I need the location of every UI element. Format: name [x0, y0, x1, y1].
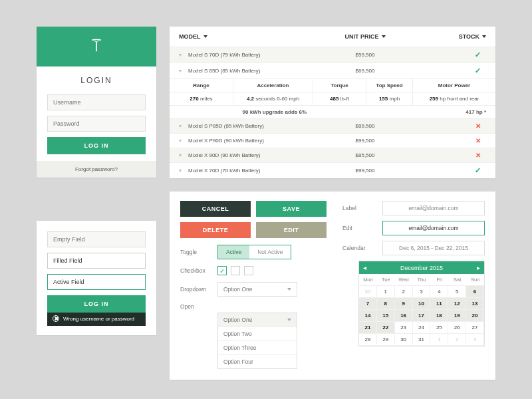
dropdown-option[interactable]: Option One — [218, 313, 297, 327]
col-stock[interactable]: STOCK — [432, 33, 486, 40]
expand-icon[interactable]: ▾ — [179, 152, 188, 158]
edit-input[interactable] — [382, 221, 485, 235]
cal-day[interactable]: 31 — [413, 334, 431, 346]
table-row[interactable]: ▾Model S 85D (85 kWh Battery)$69,500✓ — [170, 63, 495, 78]
error-text: Wrong username or password — [63, 316, 134, 322]
active-field-input[interactable] — [47, 274, 146, 290]
cal-day[interactable]: 20 — [466, 310, 484, 322]
cal-day[interactable]: 16 — [395, 310, 413, 322]
cal-day[interactable]: 2 — [395, 286, 413, 298]
cal-day[interactable]: 1 — [377, 286, 395, 298]
toggle[interactable]: Active Not Active — [217, 245, 291, 259]
toggle-active[interactable]: Active — [218, 245, 249, 259]
cal-day[interactable]: 3 — [466, 334, 484, 346]
cal-day[interactable]: 29 — [377, 334, 395, 346]
row-model: Model X P90D (90 kWh Battery) — [188, 138, 299, 144]
expand-icon[interactable]: ▾ — [179, 138, 188, 144]
cal-day[interactable]: 18 — [430, 310, 448, 322]
expand-icon[interactable]: ▾ — [179, 123, 188, 129]
col-price[interactable]: UNIT PRICE — [299, 33, 432, 40]
empty-field-input[interactable] — [47, 231, 146, 247]
cal-day[interactable]: 17 — [413, 310, 431, 322]
cal-day[interactable]: 30 — [359, 286, 377, 298]
cal-day[interactable]: 12 — [448, 298, 466, 310]
dropdown-option[interactable]: Option Two — [218, 327, 297, 340]
cal-day[interactable]: 9 — [395, 298, 413, 310]
cal-day[interactable]: 22 — [377, 322, 395, 334]
col-model[interactable]: MODEL — [179, 33, 299, 40]
error-bar: Wrong username or password — [47, 311, 146, 326]
cal-day[interactable]: 28 — [359, 334, 377, 346]
cal-title: December 2015 — [400, 265, 443, 271]
cal-day[interactable]: 13 — [466, 298, 484, 310]
cal-day[interactable]: 25 — [430, 322, 448, 334]
row-model: Model S 70D (79 kWh Battery) — [188, 52, 299, 58]
checkbox-unchecked-2[interactable] — [244, 266, 253, 275]
cal-next[interactable]: ▸ — [477, 264, 480, 271]
cal-day[interactable]: 3 — [413, 286, 431, 298]
cal-day[interactable]: 2 — [448, 334, 466, 346]
check-icon: ✓ — [475, 51, 481, 59]
calendar-lbl: Calendar — [342, 245, 376, 251]
cal-day[interactable]: 1 — [430, 334, 448, 346]
dropdown-option[interactable]: Option Four — [218, 354, 297, 368]
table-row[interactable]: ▾Model X 90D (90 kWh Battery)$85,500✕ — [170, 148, 495, 162]
table-row[interactable]: ▾Model S P85D (85 kWh Battery)$89,500✕ — [170, 118, 495, 133]
cal-day[interactable]: 23 — [395, 322, 413, 334]
row-stock: ✓ — [432, 166, 486, 175]
sort-icon — [382, 35, 386, 38]
tesla-logo-icon — [89, 39, 104, 55]
cal-day[interactable]: 8 — [377, 298, 395, 310]
cal-day[interactable]: 4 — [430, 286, 448, 298]
cal-day[interactable]: 24 — [413, 322, 431, 334]
cal-day[interactable]: 11 — [430, 298, 448, 310]
forgot-password-link[interactable]: Forgot password? — [37, 161, 156, 178]
cal-day[interactable]: 5 — [448, 286, 466, 298]
cal-day[interactable]: 14 — [359, 310, 377, 322]
row-price: $69,500 — [299, 68, 432, 74]
expand-icon[interactable]: ▾ — [179, 52, 188, 58]
filled-field-input[interactable] — [47, 253, 146, 269]
cancel-button[interactable]: CANCEL — [180, 201, 251, 217]
row-price: $89,500 — [299, 123, 432, 129]
row-price: $85,500 — [299, 152, 432, 158]
cal-day[interactable]: 19 — [448, 310, 466, 322]
login-header — [37, 27, 156, 66]
toggle-inactive[interactable]: Not Active — [249, 245, 291, 259]
cal-day[interactable]: 26 — [448, 322, 466, 334]
row-model: Model X 70D (70 kWh Battery) — [188, 168, 299, 174]
table-row[interactable]: ▾Model X 70D (70 kWh Battery)$99,500✓ — [170, 162, 495, 178]
cal-prev[interactable]: ◂ — [363, 264, 366, 271]
cal-dow: Mon — [359, 274, 377, 286]
edit-button[interactable]: EDIT — [256, 222, 327, 238]
cal-day[interactable]: 30 — [395, 334, 413, 346]
delete-button[interactable]: DELETE — [180, 222, 251, 238]
table-row[interactable]: ▾Model X P90D (90 kWh Battery)$99,500✕ — [170, 133, 495, 148]
cal-day[interactable]: 21 — [359, 322, 377, 334]
row-stock: ✓ — [432, 66, 486, 75]
save-button[interactable]: SAVE — [256, 201, 327, 217]
dropdown[interactable]: Option One — [217, 282, 297, 297]
dropdown-option[interactable]: Option Three — [218, 340, 297, 354]
cal-dow: Wed — [395, 274, 413, 286]
password-input[interactable] — [47, 116, 146, 132]
open-dropdown[interactable]: Option OneOption TwoOption ThreeOption F… — [217, 313, 297, 369]
edit-lbl: Edit — [342, 225, 376, 231]
expand-icon[interactable]: ▾ — [179, 168, 188, 174]
username-input[interactable] — [47, 94, 146, 110]
cal-day[interactable]: 27 — [466, 322, 484, 334]
login-button[interactable]: LOG IN — [47, 137, 146, 154]
cal-day[interactable]: 15 — [377, 310, 395, 322]
cal-dow: Sat — [448, 274, 466, 286]
dropdown-label: Dropdown — [180, 286, 217, 293]
calendar-range[interactable]: Dec 6, 2015 - Dec 22, 2015 — [382, 241, 485, 255]
checkbox-checked[interactable]: ✓ — [217, 266, 227, 275]
cal-day[interactable]: 6 — [466, 286, 484, 298]
checkbox-unchecked[interactable] — [231, 266, 240, 275]
login-button-2[interactable]: LOG IN — [47, 295, 146, 313]
cal-day[interactable]: 7 — [359, 298, 377, 310]
table-row[interactable]: ▾Model S 70D (79 kWh Battery)$59,500✓ — [170, 47, 495, 63]
row-stock: ✕ — [432, 122, 486, 130]
cal-day[interactable]: 10 — [413, 298, 431, 310]
expand-icon[interactable]: ▾ — [179, 68, 188, 74]
